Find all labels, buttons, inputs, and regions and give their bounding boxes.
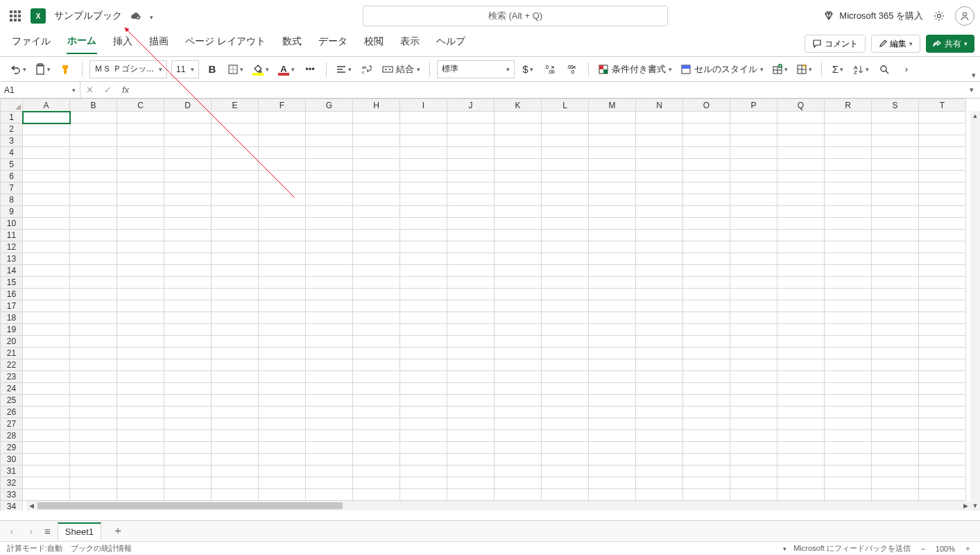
cell[interactable] (164, 359, 212, 371)
cell[interactable] (447, 147, 495, 159)
cell[interactable] (872, 253, 919, 265)
cell[interactable] (777, 312, 825, 324)
cell[interactable] (542, 182, 589, 194)
cell[interactable] (919, 253, 966, 265)
cell[interactable] (636, 241, 683, 253)
cell[interactable] (117, 194, 164, 206)
cell[interactable] (919, 336, 966, 348)
edit-mode-button[interactable]: 編集 ▾ (871, 35, 920, 53)
cell[interactable] (23, 289, 70, 300)
cell[interactable] (259, 359, 306, 371)
cell[interactable] (589, 300, 636, 312)
cell[interactable] (542, 241, 589, 253)
cell[interactable] (730, 265, 777, 277)
cell[interactable] (919, 418, 966, 430)
select-all-corner[interactable] (1, 99, 23, 112)
cell[interactable] (259, 430, 306, 442)
column-header[interactable]: M (589, 99, 636, 112)
row-header[interactable]: 29 (1, 442, 23, 454)
formula-input[interactable] (135, 82, 963, 98)
cell[interactable] (825, 383, 872, 395)
cell[interactable] (589, 182, 636, 194)
cell[interactable] (777, 218, 825, 230)
cell[interactable] (447, 123, 495, 135)
cell[interactable] (23, 442, 70, 454)
cell[interactable] (919, 206, 966, 218)
cell[interactable] (23, 123, 70, 135)
confirm-formula-icon[interactable]: ✓ (98, 82, 117, 98)
cell[interactable] (70, 407, 117, 418)
undo-button[interactable]: ▾ (8, 60, 28, 79)
search-input[interactable]: 検索 (Alt + Q) (363, 6, 668, 26)
cell[interactable] (589, 466, 636, 477)
cell[interactable] (23, 324, 70, 336)
cell[interactable] (164, 135, 212, 147)
cell[interactable] (636, 466, 683, 477)
cell[interactable] (872, 230, 919, 241)
row-header[interactable]: 23 (1, 371, 23, 383)
cell[interactable] (495, 265, 542, 277)
cell[interactable] (636, 395, 683, 407)
cell[interactable] (70, 289, 117, 300)
cell[interactable] (636, 359, 683, 371)
cell[interactable] (353, 395, 400, 407)
cell[interactable] (117, 442, 164, 454)
cell[interactable] (447, 442, 495, 454)
cell[interactable] (825, 371, 872, 383)
cell[interactable] (825, 324, 872, 336)
cell[interactable] (23, 194, 70, 206)
row-header[interactable]: 19 (1, 324, 23, 336)
cell[interactable] (70, 253, 117, 265)
cell[interactable] (636, 300, 683, 312)
cell[interactable] (212, 253, 259, 265)
cell[interactable] (919, 466, 966, 477)
cell[interactable] (117, 135, 164, 147)
cell[interactable] (872, 182, 919, 194)
cell[interactable] (683, 230, 730, 241)
cell[interactable] (259, 253, 306, 265)
cell[interactable] (117, 383, 164, 395)
cell[interactable] (777, 147, 825, 159)
cell[interactable] (730, 159, 777, 171)
cell[interactable] (542, 300, 589, 312)
cell[interactable] (872, 277, 919, 289)
cell[interactable] (259, 371, 306, 383)
row-header[interactable]: 13 (1, 253, 23, 265)
cell[interactable] (730, 182, 777, 194)
cell[interactable] (306, 418, 353, 430)
cell[interactable] (589, 418, 636, 430)
cell[interactable] (919, 348, 966, 359)
cell[interactable] (777, 336, 825, 348)
cell[interactable] (872, 442, 919, 454)
cell[interactable] (353, 135, 400, 147)
cell[interactable] (636, 442, 683, 454)
cell[interactable] (164, 371, 212, 383)
bold-button[interactable]: B (203, 60, 221, 79)
cell[interactable] (400, 253, 447, 265)
cell[interactable] (777, 112, 825, 123)
cell[interactable] (542, 359, 589, 371)
cell[interactable] (23, 112, 70, 123)
cell[interactable] (353, 194, 400, 206)
cell[interactable] (306, 277, 353, 289)
cell[interactable] (259, 171, 306, 182)
conditional-format-button[interactable]: 条件付き書式▾ (596, 60, 674, 79)
cell[interactable] (117, 407, 164, 418)
cell[interactable] (777, 324, 825, 336)
column-header[interactable]: S (872, 99, 919, 112)
cell[interactable] (117, 312, 164, 324)
cell[interactable] (117, 147, 164, 159)
cell[interactable] (589, 135, 636, 147)
wrap-text-button[interactable]: abc (358, 60, 376, 79)
cell[interactable] (636, 489, 683, 501)
cell[interactable] (542, 442, 589, 454)
cell[interactable] (589, 206, 636, 218)
cell[interactable] (70, 182, 117, 194)
cell[interactable] (825, 159, 872, 171)
cell[interactable] (447, 312, 495, 324)
cell[interactable] (495, 359, 542, 371)
cell[interactable] (306, 324, 353, 336)
cell[interactable] (212, 289, 259, 300)
cell[interactable] (825, 466, 872, 477)
cell[interactable] (542, 277, 589, 289)
